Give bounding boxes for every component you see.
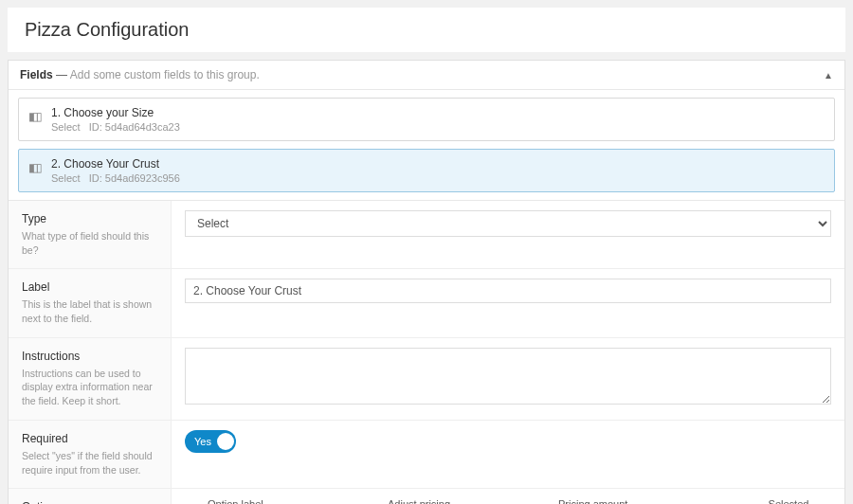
- page-header: Pizza Configuration: [8, 8, 845, 52]
- setting-type: Type What type of field should this be? …: [9, 201, 844, 269]
- required-toggle[interactable]: Yes: [185, 430, 236, 453]
- page-title: Pizza Configuration: [25, 19, 828, 41]
- label-input[interactable]: [185, 279, 831, 303]
- toggle-knob-icon: [217, 433, 234, 450]
- setting-label: Required: [22, 432, 157, 445]
- field-meta: Select ID: 5d4ad6923c956: [51, 172, 825, 184]
- panel-title: Fields — Add some custom fields to this …: [20, 68, 260, 81]
- field-settings: Type What type of field should this be? …: [9, 200, 844, 504]
- setting-label: Label: [22, 280, 157, 294]
- type-select[interactable]: Select: [185, 210, 831, 237]
- fields-list: ▮▯▯ 1. Choose your Size Select ID: 5d4ad…: [9, 90, 844, 192]
- drag-handle-icon[interactable]: ▮▯▯: [28, 110, 40, 123]
- setting-desc: Instructions can be used to display extr…: [22, 367, 157, 408]
- field-meta: Select ID: 5d4ad64d3ca23: [51, 121, 825, 133]
- field-row[interactable]: ▮▯▯ 2. Choose Your Crust Select ID: 5d4a…: [18, 149, 835, 192]
- field-name: 2. Choose Your Crust: [51, 157, 825, 171]
- setting-options: Options Add the options for this select …: [9, 489, 844, 504]
- options-header: Option label Adjust pricing Pricing amou…: [185, 498, 831, 504]
- field-row[interactable]: ▮▯▯ 1. Choose your Size Select ID: 5d4ad…: [18, 98, 835, 141]
- setting-desc: Select "yes" if the field should require…: [22, 449, 157, 477]
- setting-label-row: Label This is the label that is shown ne…: [9, 269, 844, 337]
- instructions-textarea[interactable]: [185, 348, 831, 405]
- setting-label: Options: [22, 500, 157, 504]
- setting-desc: This is the label that is shown next to …: [22, 297, 157, 325]
- setting-required: Required Select "yes" if the field shoul…: [9, 421, 844, 489]
- fields-panel: Fields — Add some custom fields to this …: [8, 60, 845, 504]
- setting-label: Instructions: [22, 350, 157, 363]
- panel-header[interactable]: Fields — Add some custom fields to this …: [9, 61, 844, 90]
- setting-label: Type: [22, 212, 157, 225]
- drag-handle-icon[interactable]: ▮▯▯: [28, 161, 40, 174]
- setting-desc: What type of field should this be?: [22, 229, 157, 257]
- field-name: 1. Choose your Size: [51, 106, 825, 119]
- collapse-icon[interactable]: ▲: [824, 70, 833, 81]
- setting-instructions: Instructions Instructions can be used to…: [9, 338, 844, 421]
